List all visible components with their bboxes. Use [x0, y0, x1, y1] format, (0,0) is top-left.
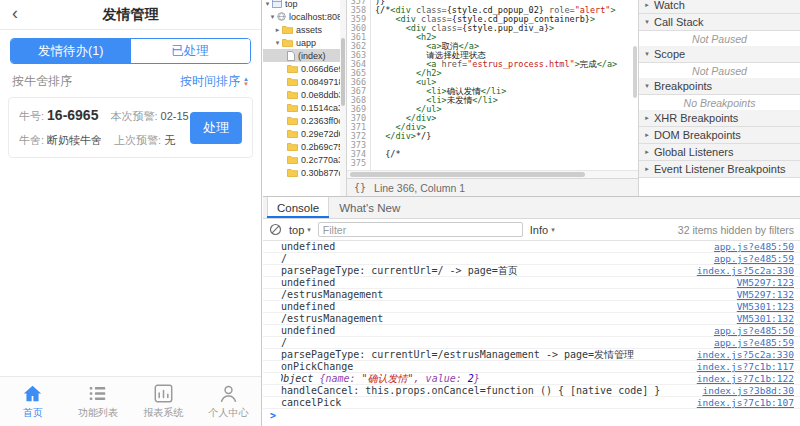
console-source-link[interactable]: VM5297:123: [737, 277, 794, 288]
folder-icon: [287, 77, 298, 86]
tree-item-0-30b877d8[interactable]: 0.30b877d8…: [263, 166, 346, 179]
section-global-listeners[interactable]: ▸Global Listeners: [639, 144, 800, 161]
app-tab-pending[interactable]: 发情待办(1): [11, 39, 131, 63]
section-status: Not Paused: [639, 31, 800, 46]
line-number[interactable]: 375: [347, 159, 366, 168]
sort-desc-icon: ▼: [243, 82, 249, 87]
nav-label: 报表系统: [143, 406, 183, 420]
tree-item-0-08497180[interactable]: 0.08497180…: [263, 75, 346, 88]
debugger-sections: ▸Watch▾Call StackNot Paused▾ScopeNot Pau…: [639, 0, 800, 178]
chevron-down-icon[interactable]: ▾: [269, 13, 276, 21]
console-drawer: ConsoleWhat's New top ▾ Info ▾ 32 items …: [263, 196, 800, 426]
section-breakpoints[interactable]: ▾Breakpoints: [639, 78, 800, 95]
tree-item-0-0e8ddb39[interactable]: 0.0e8ddb39…: [263, 88, 346, 101]
console-source-link[interactable]: index.js?7c1b:122: [697, 373, 794, 384]
folder-icon: [287, 155, 298, 164]
console-source-link[interactable]: index.js?7c1b:107: [697, 397, 794, 408]
section-xhr-breakpoints[interactable]: ▸XHR Breakpoints: [639, 110, 800, 127]
console-source-link[interactable]: app.js?e485:50: [714, 241, 794, 252]
console-source-link[interactable]: app.js?e485:59: [714, 337, 794, 348]
context-selector[interactable]: top ▾: [289, 224, 311, 236]
message-text: onPickChange: [281, 361, 687, 372]
console-source-link[interactable]: index.js?5c2a:330: [697, 265, 794, 276]
folder-icon: [287, 142, 298, 151]
editor-vscrollbar[interactable]: [632, 0, 638, 170]
chevron-down-icon[interactable]: ▾: [274, 39, 281, 47]
tree-item-label: localhost:8080: [289, 12, 346, 22]
console-source-link[interactable]: VM5297:132: [737, 289, 794, 300]
folder-icon: [287, 90, 298, 99]
tree-item-uapp[interactable]: ▾uapp: [263, 36, 346, 49]
console-source-link[interactable]: VM5301:123: [737, 301, 794, 312]
sort-by-time[interactable]: 按时间排序 ▲ ▼: [180, 73, 249, 90]
filter-input[interactable]: [318, 222, 523, 237]
tree-item-0-2363ff0c[interactable]: 0.2363ff0c…: [263, 114, 346, 127]
clear-console-icon[interactable]: [269, 223, 282, 236]
message-text: undefined: [281, 325, 704, 336]
tree-item-localhost-8080[interactable]: ▾localhost:8080: [263, 10, 346, 23]
nav-report[interactable]: 报表系统: [131, 377, 196, 426]
tree-scrollbar-thumb[interactable]: [341, 38, 345, 106]
handle-button[interactable]: 处理: [190, 112, 242, 144]
hidden-items-note: 32 items hidden by filters: [678, 224, 794, 236]
section-event-listener-breakpoints[interactable]: ▸Event Listener Breakpoints: [639, 161, 800, 178]
editor-hscrollbar[interactable]: [347, 170, 638, 178]
editor-vscrollbar-thumb[interactable]: [633, 46, 637, 98]
chevron-right-icon[interactable]: ▸: [274, 26, 281, 34]
chevron-down-icon[interactable]: ▾: [264, 0, 271, 8]
file-tree: ▾top▾localhost:8080▸assets▾uapp(index)0.…: [263, 0, 347, 196]
console-source-link[interactable]: index.js?3b8d:30: [702, 385, 794, 396]
sources-panel: ▾top▾localhost:8080▸assets▾uapp(index)0.…: [263, 0, 800, 196]
section-dom-breakpoints[interactable]: ▸DOM Breakpoints: [639, 127, 800, 144]
nav-label: 功能列表: [78, 406, 118, 420]
message-text: undefined: [281, 277, 727, 288]
chevron-down-icon: ▾: [307, 226, 311, 234]
console-source-link[interactable]: index.js?7c1b:117: [697, 361, 794, 372]
tree-item-0-2b69c75d[interactable]: 0.2b69c75d…: [263, 140, 346, 153]
section-title: DOM Breakpoints: [654, 129, 741, 141]
console-source-link[interactable]: app.js?e485:59: [714, 253, 794, 264]
code-editor: 3573583593603613623633643653663673683693…: [347, 0, 638, 196]
log-level-selector[interactable]: Info ▾: [530, 224, 555, 236]
folder-icon: [287, 103, 298, 112]
tree-item-index[interactable]: (index): [263, 49, 346, 62]
console-source-link[interactable]: VM5301:132: [737, 313, 794, 324]
message-text: undefined: [281, 241, 704, 252]
message-text: /estrusManagement: [281, 289, 727, 300]
tree-item-0-066d6e9c[interactable]: 0.066d6e9c…: [263, 62, 346, 75]
estrus-tabs: 发情待办(1)已处理: [10, 38, 251, 64]
console-messages: undefinedapp.js?e485:50/app.js?e485:59pa…: [263, 241, 800, 409]
editor-hscrollbar-thumb[interactable]: [350, 172, 585, 177]
nav-list[interactable]: 功能列表: [65, 377, 130, 426]
section-scope[interactable]: ▾Scope: [639, 46, 800, 63]
tree-item-top[interactable]: ▾top: [263, 0, 346, 10]
console-message: /app.js?e485:59: [263, 253, 800, 265]
back-icon[interactable]: ‹: [12, 4, 18, 22]
sort-by-barn[interactable]: 按牛舍排序: [12, 73, 72, 90]
console-message: undefinedVM5297:123: [263, 277, 800, 289]
list-icon: [87, 384, 108, 404]
message-text: parsePageType: currentUrl=/ -> page=首页: [281, 265, 687, 276]
console-source-link[interactable]: app.js?e485:50: [714, 325, 794, 336]
sort-row: 按牛舍排序 按时间排序 ▲ ▼: [12, 73, 249, 90]
pretty-print-button[interactable]: {}: [354, 182, 366, 193]
section-title: Watch: [654, 0, 685, 11]
tree-item-0-29e72d62[interactable]: 0.29e72d62…: [263, 127, 346, 140]
section-call-stack[interactable]: ▾Call Stack: [639, 14, 800, 31]
nav-home[interactable]: 首页: [0, 377, 65, 426]
home-icon: [22, 384, 43, 404]
console-prompt[interactable]: >: [263, 409, 800, 422]
console-source-link[interactable]: index.js?5c2a:330: [697, 349, 794, 360]
last-alert-value: 无: [164, 133, 175, 148]
nav-person[interactable]: 个人中心: [196, 377, 261, 426]
drawer-tab-what-s-new[interactable]: What's New: [329, 197, 410, 218]
chevron-right-icon: ▸: [643, 165, 651, 173]
app-tab-processed[interactable]: 已处理: [131, 39, 251, 63]
drawer-tab-console[interactable]: Console: [267, 197, 329, 218]
tree-scrollbar[interactable]: [340, 0, 346, 196]
tree-item-assets[interactable]: ▸assets: [263, 23, 346, 36]
tree-item-0-2c770a39[interactable]: 0.2c770a39…: [263, 153, 346, 166]
tree-item-0-1514ca38[interactable]: 0.1514ca38…: [263, 101, 346, 114]
console-message: /estrusManagementVM5301:132: [263, 313, 800, 325]
section-watch[interactable]: ▸Watch: [639, 0, 800, 14]
